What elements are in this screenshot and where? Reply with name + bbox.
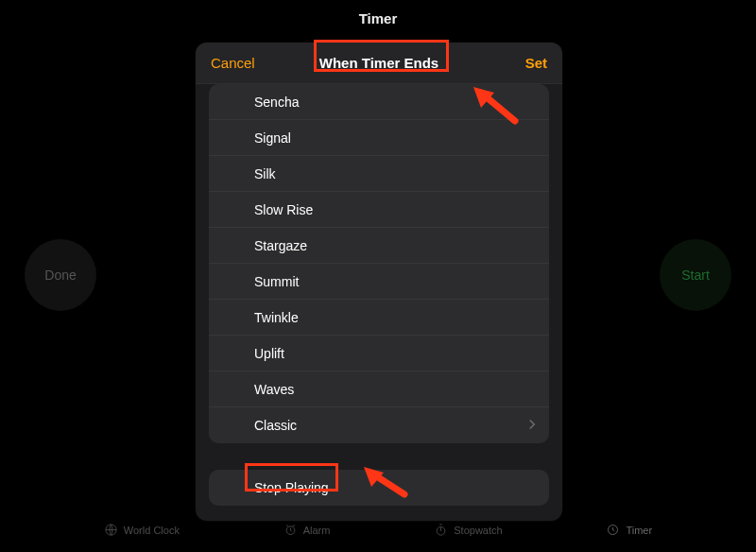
- when-timer-ends-sheet: Cancel When Timer Ends Set SenchaSignalS…: [196, 43, 562, 521]
- cancel-button[interactable]: Cancel: [211, 55, 255, 71]
- sound-label: Stargaze: [254, 238, 307, 253]
- globe-icon: [104, 523, 118, 539]
- start-button[interactable]: Start: [660, 239, 731, 311]
- page-title: Timer: [0, 10, 756, 26]
- start-button-label: Start: [681, 267, 710, 283]
- sound-row[interactable]: Stargaze: [209, 228, 549, 264]
- sound-label: Twinkle: [254, 310, 299, 325]
- done-button[interactable]: Done: [25, 239, 96, 311]
- stop-playing-label: Stop Playing: [254, 480, 329, 495]
- alarm-icon: [284, 523, 298, 539]
- stop-playing-block[interactable]: Stop Playing: [209, 470, 549, 506]
- tab-label: Stopwatch: [454, 525, 502, 536]
- sound-row[interactable]: Uplift: [209, 336, 549, 371]
- sound-label: Signal: [254, 130, 291, 146]
- tab-label: Timer: [626, 525, 652, 536]
- sound-row[interactable]: Silk: [209, 156, 549, 192]
- sound-row[interactable]: Twinkle: [209, 300, 549, 336]
- sound-label: Summit: [254, 274, 299, 289]
- sound-label: Silk: [254, 166, 276, 181]
- sound-row[interactable]: Summit: [209, 264, 549, 300]
- sheet-body: SenchaSignalSilkSlow RiseStargazeSummitT…: [196, 84, 562, 521]
- tab-label: Alarm: [303, 525, 331, 536]
- sound-label: Classic: [254, 418, 297, 433]
- sound-label: Waves: [254, 382, 294, 397]
- tab-stopwatch[interactable]: Stopwatch: [434, 523, 502, 539]
- sound-row[interactable]: Slow Rise: [209, 192, 549, 228]
- sheet-header: Cancel When Timer Ends Set: [196, 43, 562, 84]
- sound-row[interactable]: Sencha: [209, 84, 549, 120]
- sound-label: Slow Rise: [254, 202, 313, 217]
- stopwatch-icon: [434, 523, 448, 539]
- sound-label: Sencha: [254, 95, 299, 110]
- sound-list[interactable]: SenchaSignalSilkSlow RiseStargazeSummitT…: [209, 84, 549, 443]
- timer-icon: [606, 523, 620, 539]
- tab-timer[interactable]: Timer: [606, 523, 652, 539]
- tab-label: World Clock: [124, 525, 180, 536]
- chevron-right-icon: [528, 418, 536, 433]
- tab-world-clock[interactable]: World Clock: [104, 523, 180, 539]
- tab-alarm[interactable]: Alarm: [284, 523, 331, 539]
- stop-playing-row[interactable]: Stop Playing: [209, 470, 549, 506]
- sound-label: Uplift: [254, 346, 284, 361]
- sound-row[interactable]: Signal: [209, 120, 549, 156]
- sound-row[interactable]: Waves: [209, 371, 549, 407]
- set-button[interactable]: Set: [525, 55, 547, 71]
- done-button-label: Done: [44, 267, 76, 283]
- sound-row[interactable]: Classic: [209, 407, 549, 443]
